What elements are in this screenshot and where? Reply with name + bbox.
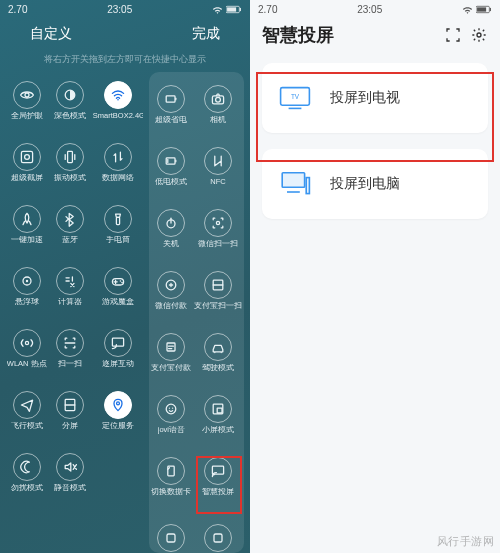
tile-location[interactable]: 定位服务 <box>93 382 143 440</box>
tile-sim-switch[interactable]: 切换数据卡 <box>151 448 192 506</box>
tile-label: 数据网络 <box>102 174 134 182</box>
svg-rect-1 <box>240 8 241 11</box>
vibrate-icon <box>56 143 84 171</box>
plane-icon <box>13 391 41 419</box>
tile-label: 振动模式 <box>54 174 86 182</box>
tile-label: 悬浮球 <box>15 298 39 306</box>
gear-icon[interactable] <box>470 26 488 44</box>
tile-label: NFC <box>210 178 225 186</box>
cast-pc-card[interactable]: 投屏到电脑 <box>262 149 488 219</box>
tile-label: 相机 <box>210 116 226 124</box>
tile-wechat-scan[interactable]: 微信扫一扫 <box>194 200 242 258</box>
pc-icon <box>278 171 312 197</box>
tile-alipay-pay[interactable]: 支付宝付款 <box>151 324 192 382</box>
tile-ultra-save[interactable]: 超级省电 <box>151 76 192 134</box>
tiles-side-grid[interactable]: 超级省电相机低电模式NFC关机微信扫一扫微信付款支付宝扫一扫支付宝付款驾驶模式j… <box>149 72 244 553</box>
tile-alipay-scan[interactable]: 支付宝扫一扫 <box>194 262 242 320</box>
tile-label: SmartBOX2.4G_5BA08E <box>93 112 143 120</box>
tile-scan[interactable]: 扫一扫 <box>49 320 90 378</box>
cast-tv-card[interactable]: TV 投屏到电视 <box>262 63 488 133</box>
tile-dark-mode[interactable]: 深色模式 <box>49 72 90 130</box>
svg-point-28 <box>167 405 177 415</box>
tile-hotspot[interactable]: WLAN 热点 <box>6 320 47 378</box>
tile-split[interactable]: 分屏 <box>49 382 90 440</box>
tile-bluetooth[interactable]: 蓝牙 <box>49 196 90 254</box>
tiles-body: 全局护眼深色模式SmartBOX2.4G_5BA08E超级截屏振动模式数据网络一… <box>0 72 250 553</box>
tile-drive-mode[interactable]: 驾驶模式 <box>194 324 242 382</box>
tile-calculator[interactable]: 计算器 <box>49 258 90 316</box>
tile-data[interactable]: 数据网络 <box>93 134 143 192</box>
tile-airplane[interactable]: 飞行模式 <box>6 382 47 440</box>
tile-mute[interactable]: 静音模式 <box>49 444 90 502</box>
tile-low-power[interactable]: 低电模式 <box>151 138 192 196</box>
wxpay-icon <box>157 271 185 299</box>
tile-label: 超级省电 <box>155 116 187 124</box>
small-icon <box>204 395 232 423</box>
tile-extra-1[interactable] <box>151 510 192 553</box>
split-icon <box>56 391 84 419</box>
svg-rect-9 <box>116 218 119 225</box>
svg-rect-2 <box>227 7 236 11</box>
tv-icon: TV <box>278 85 312 111</box>
tile-label: 全局护眼 <box>11 112 43 120</box>
camera-icon <box>204 85 232 113</box>
tile-label: 计算器 <box>58 298 82 306</box>
tile-nfc[interactable]: NFC <box>194 138 242 196</box>
tile-float-ball[interactable]: 悬浮球 <box>6 258 47 316</box>
game-icon <box>104 267 132 295</box>
tile-small-screen[interactable]: 小屏模式 <box>194 386 242 444</box>
editor-hint: 将右方开关拖到左方即可在快捷中心显示 <box>0 49 250 72</box>
tile-flashlight[interactable]: 手电筒 <box>93 196 143 254</box>
scan-icon[interactable] <box>444 26 462 44</box>
aliscan-icon <box>204 271 232 299</box>
svg-rect-6 <box>21 152 32 163</box>
page-title: 智慧投屏 <box>262 23 436 47</box>
lowbat-icon <box>157 147 185 175</box>
tile-label: 关机 <box>163 240 179 248</box>
cast-tv-label: 投屏到电视 <box>330 89 400 107</box>
tile-multi-screen[interactable]: 逐屏互动 <box>93 320 143 378</box>
capture-icon <box>13 143 41 171</box>
ball-icon <box>13 267 41 295</box>
clock: 23:05 <box>277 4 462 15</box>
cast2-icon <box>204 457 232 485</box>
svg-point-15 <box>25 342 28 345</box>
signal-icon <box>462 5 473 14</box>
svg-point-7 <box>24 155 29 160</box>
tile-label: 定位服务 <box>102 422 134 430</box>
tile-label: 微信扫一扫 <box>198 240 238 248</box>
contrast-icon <box>56 81 84 109</box>
svg-point-5 <box>117 99 119 101</box>
svg-rect-19 <box>167 96 176 102</box>
editor-header: 自定义 完成 <box>0 17 250 49</box>
tile-label: 游戏魔盒 <box>102 298 134 306</box>
svg-point-29 <box>169 408 170 409</box>
tile-jovi[interactable]: jovi语音 <box>151 386 192 444</box>
tile-eye-protect[interactable]: 全局护眼 <box>6 72 47 130</box>
tile-super-capture[interactable]: 超级截屏 <box>6 134 47 192</box>
tile-wifi[interactable]: SmartBOX2.4G_5BA08E <box>93 72 143 130</box>
clock: 23:05 <box>27 4 212 15</box>
svg-point-3 <box>25 93 29 97</box>
tiles-main-grid[interactable]: 全局护眼深色模式SmartBOX2.4G_5BA08E超级截屏振动模式数据网络一… <box>6 72 143 553</box>
tile-wechat-pay[interactable]: 微信付款 <box>151 262 192 320</box>
header-customize[interactable]: 自定义 <box>30 25 72 43</box>
tile-camera[interactable]: 相机 <box>194 76 242 134</box>
tile-vibrate[interactable]: 振动模式 <box>49 134 90 192</box>
tile-label: 支付宝扫一扫 <box>194 302 242 310</box>
tile-boost[interactable]: 一键加速 <box>6 196 47 254</box>
svg-point-24 <box>216 222 219 225</box>
car-icon <box>204 333 232 361</box>
smart-cast-screen: 2.70 23:05 智慧投屏 TV 投屏到电视 投屏到电脑 <box>250 0 500 553</box>
tile-game-box[interactable]: 游戏魔盒 <box>93 258 143 316</box>
sim-icon <box>157 457 185 485</box>
tile-smart-cast[interactable]: 智慧投屏 <box>194 448 242 506</box>
tile-shutdown[interactable]: 关机 <box>151 200 192 258</box>
wxscan-icon <box>204 209 232 237</box>
alipay-icon <box>157 333 185 361</box>
svg-rect-44 <box>282 173 304 187</box>
tile-extra-2[interactable] <box>194 510 242 553</box>
header-done[interactable]: 完成 <box>192 25 220 43</box>
tile-dnd[interactable]: 勿扰模式 <box>6 444 47 502</box>
tile-label: 扫一扫 <box>58 360 82 368</box>
